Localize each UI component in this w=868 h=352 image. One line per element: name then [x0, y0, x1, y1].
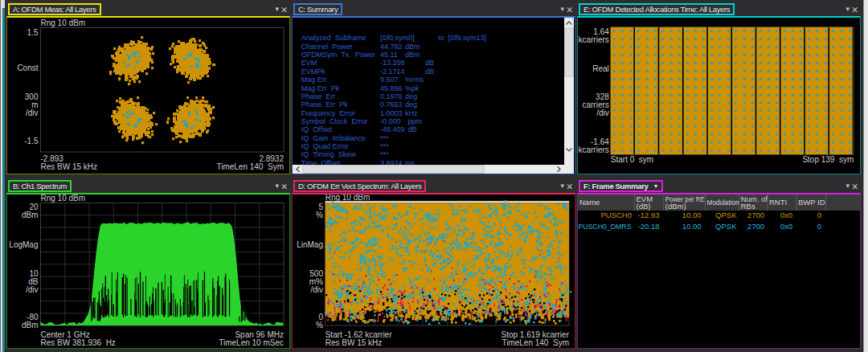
svg-text:/div: /div — [310, 285, 323, 294]
svg-text:-1.5: -1.5 — [24, 137, 39, 145]
svg-text:Analyzed Subframe: Analyzed Subframe — [301, 34, 366, 42]
svg-text:IQ Quad Error: IQ Quad Error — [301, 142, 349, 150]
svg-text:kcarriers: kcarriers — [578, 145, 608, 154]
svg-text:0.7653: 0.7653 — [380, 100, 403, 108]
svg-text:IQ Offset: IQ Offset — [301, 125, 333, 133]
svg-text:45.11: 45.11 — [380, 51, 398, 59]
svg-text:%rms: %rms — [405, 76, 424, 84]
svg-text:Name: Name — [579, 198, 600, 207]
svg-text:Res BW 381.936 Hz: Res BW 381.936 Hz — [41, 338, 116, 347]
svg-text:***: *** — [380, 142, 389, 150]
svg-text:-13.208: -13.208 — [380, 59, 405, 67]
svg-text:EVM: EVM — [301, 59, 317, 67]
svg-text:-0.000: -0.000 — [380, 117, 401, 125]
svg-text:RBs: RBs — [741, 202, 755, 211]
svg-text:0: 0 — [817, 211, 821, 219]
svg-text:***: *** — [380, 150, 389, 158]
svg-text:-20.18: -20.18 — [638, 222, 660, 231]
svg-text:0.1976: 0.1976 — [380, 92, 403, 100]
svg-text:Phase Err Pk: Phase Err Pk — [301, 100, 349, 108]
svg-text:dB: dB — [408, 125, 417, 133]
svg-text:dBm: dBm — [405, 43, 420, 51]
svg-text:kHz: kHz — [405, 109, 418, 117]
svg-text:Phase Err: Phase Err — [301, 92, 336, 100]
svg-text:TimeLen 10 mSec: TimeLen 10 mSec — [219, 338, 284, 347]
svg-text:Channel Power: Channel Power — [301, 43, 353, 51]
svg-text:[Sf0,sym0]: [Sf0,sym0] — [380, 34, 415, 42]
svg-text:0x0: 0x0 — [780, 222, 792, 231]
svg-text:Symbol Clock Error: Symbol Clock Error — [301, 117, 368, 125]
svg-text:0: 0 — [817, 222, 821, 231]
svg-text:dB: dB — [425, 68, 434, 76]
svg-text:9.507: 9.507 — [380, 76, 399, 84]
svg-text:/div: /div — [26, 285, 39, 294]
svg-text:44.782: 44.782 — [380, 43, 403, 51]
svg-text:TimeLen 140 Sym: TimeLen 140 Sym — [216, 162, 284, 171]
svg-text:2700: 2700 — [747, 211, 764, 219]
svg-text:deg: deg — [405, 92, 417, 100]
svg-text:IQ Gain Imbalance: IQ Gain Imbalance — [301, 134, 366, 142]
svg-text:dBm: dBm — [22, 321, 39, 329]
svg-text:/div: /div — [26, 108, 39, 117]
svg-text:TimeLen 140 Sym: TimeLen 140 Sym — [502, 338, 569, 347]
svg-text:2700: 2700 — [747, 222, 764, 231]
svg-text:Stop 139 sym: Stop 139 sym — [802, 155, 854, 164]
svg-text:to [Sf9,sym13]: to [Sf9,sym13] — [438, 34, 486, 42]
svg-text:PUSCH0: PUSCH0 — [600, 211, 632, 219]
svg-text:dB: dB — [425, 59, 434, 67]
svg-text:Mag Err Pk: Mag Err Pk — [301, 84, 340, 92]
svg-text:Rng 10 dBm: Rng 10 dBm — [41, 194, 86, 203]
svg-text:Start 0 sym: Start 0 sym — [611, 155, 653, 164]
svg-text:Const: Const — [17, 63, 38, 72]
svg-text:deg: deg — [405, 100, 417, 108]
svg-text:dBm: dBm — [22, 211, 39, 219]
svg-text:LogMag: LogMag — [9, 240, 38, 249]
svg-text:-2.1714: -2.1714 — [380, 68, 405, 76]
svg-text:RNTI: RNTI — [769, 198, 787, 207]
svg-text:%pk: %pk — [405, 84, 420, 92]
svg-text:dBm: dBm — [405, 51, 420, 59]
svg-text:10.00: 10.00 — [682, 211, 702, 219]
svg-text:Res BW 15 kHz: Res BW 15 kHz — [326, 338, 383, 347]
svg-text:%: % — [316, 321, 323, 329]
svg-text:1.5: 1.5 — [27, 28, 39, 37]
svg-text:Rng 10 dBm: Rng 10 dBm — [326, 194, 371, 202]
svg-text:Mag Err: Mag Err — [301, 76, 327, 84]
svg-text:OFDMSym Tx. Power: OFDMSym Tx. Power — [301, 51, 375, 59]
svg-text:(dBm): (dBm) — [665, 202, 686, 211]
svg-text:IQ Timing Skew: IQ Timing Skew — [301, 150, 357, 158]
svg-text:1.0003: 1.0003 — [380, 109, 403, 117]
svg-text:Modulation: Modulation — [707, 198, 739, 207]
svg-text:-12.93: -12.93 — [638, 211, 660, 219]
svg-text:LinMag: LinMag — [297, 240, 323, 249]
svg-text:Frequency Error: Frequency Error — [301, 109, 356, 117]
svg-text:/div: /div — [596, 108, 609, 117]
svg-text:Real: Real — [592, 64, 609, 73]
svg-text:***: *** — [380, 134, 389, 142]
svg-text:PUSCH0_DMRS: PUSCH0_DMRS — [579, 222, 632, 231]
svg-text:ppm: ppm — [408, 117, 423, 125]
svg-text:Rng 10 dBm: Rng 10 dBm — [41, 18, 86, 27]
svg-text:QPSK: QPSK — [715, 222, 737, 231]
svg-text:BWP ID: BWP ID — [798, 198, 825, 207]
svg-text:kcarriers: kcarriers — [578, 35, 608, 44]
svg-text:EVMPk: EVMPk — [301, 68, 326, 76]
svg-text:0x0: 0x0 — [780, 211, 792, 219]
svg-text:45.866: 45.866 — [380, 84, 403, 92]
svg-text:%: % — [316, 211, 323, 219]
svg-text:10.00: 10.00 — [682, 222, 702, 231]
svg-text:QPSK: QPSK — [715, 211, 737, 219]
svg-text:-48.409: -48.409 — [380, 125, 405, 133]
svg-text:(dB): (dB) — [637, 202, 651, 211]
svg-text:Res BW 15 kHz: Res BW 15 kHz — [41, 162, 98, 171]
